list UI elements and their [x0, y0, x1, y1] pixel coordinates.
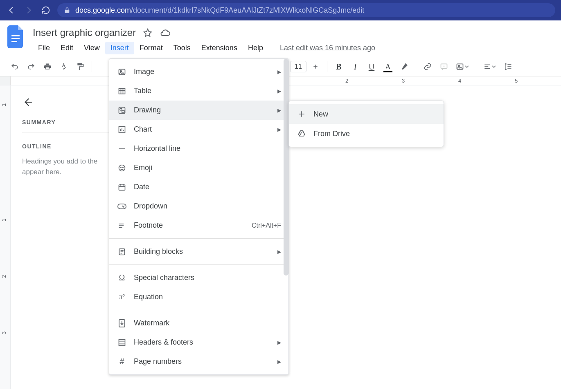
toolbar-separator [476, 61, 476, 72]
highlight-button[interactable] [397, 59, 412, 74]
menuitem-label: New [313, 110, 436, 119]
submenu-arrow-icon: ▶ [277, 340, 281, 345]
menuitem-shortcut: Ctrl+Alt+F [252, 222, 281, 229]
hash-icon: # [117, 357, 126, 366]
watermark-icon [117, 319, 126, 328]
menuitem-label: Image [134, 67, 270, 76]
menu-extensions[interactable]: Extensions [196, 42, 243, 54]
insert-date-menuitem[interactable]: Date [109, 177, 288, 197]
browser-url-bar[interactable]: docs.google.com/document/d/1kdkrl7sNkQdF… [57, 3, 555, 17]
menu-scrollbar[interactable] [284, 59, 288, 276]
star-icon[interactable] [143, 28, 152, 37]
vertical-ruler[interactable]: 1 1 2 3 [0, 85, 11, 389]
font-size-input[interactable]: 11 [290, 61, 306, 72]
sidebar-outline-heading: OUTLINE [22, 143, 109, 150]
insert-chart-menuitem[interactable]: Chart ▶ [109, 120, 288, 139]
browser-bar: docs.google.com/document/d/1kdkrl7sNkQdF… [0, 0, 561, 20]
svg-point-7 [120, 70, 122, 72]
submenu-arrow-icon: ▶ [277, 88, 281, 94]
menu-help[interactable]: Help [243, 42, 268, 54]
menu-insert[interactable]: Insert [105, 42, 134, 54]
undo-button[interactable] [7, 59, 22, 74]
horizontal-line-icon [117, 145, 126, 153]
paint-format-button[interactable] [73, 59, 88, 74]
font-size-group: 11 [290, 59, 323, 74]
bold-button[interactable]: B [331, 59, 346, 74]
toolbar-separator [327, 61, 327, 72]
spellcheck-button[interactable] [56, 59, 71, 74]
drawing-submenu: New From Drive [288, 101, 444, 147]
table-icon [117, 87, 126, 95]
sidebar-collapse-button[interactable] [22, 96, 34, 108]
line-spacing-button[interactable] [501, 59, 516, 74]
align-button[interactable] [480, 59, 499, 74]
insert-headers-footers-menuitem[interactable]: Headers & footers ▶ [109, 333, 288, 352]
insert-footnote-menuitem[interactable]: Footnote Ctrl+Alt+F [109, 216, 288, 235]
menu-tools[interactable]: Tools [168, 42, 196, 54]
drawing-new-menuitem[interactable]: New [289, 104, 444, 124]
browser-reload-button[interactable] [40, 4, 52, 16]
sidebar-divider [22, 132, 109, 132]
insert-table-menuitem[interactable]: Table ▶ [109, 81, 288, 101]
footnote-icon [117, 222, 126, 230]
insert-image-button[interactable] [453, 59, 472, 74]
menu-edit[interactable]: Edit [55, 42, 79, 54]
url-domain: docs.google.com [75, 6, 131, 14]
menu-divider [109, 310, 288, 310]
insert-drawing-menuitem[interactable]: Drawing ▶ [109, 101, 288, 120]
headers-footers-icon [117, 338, 126, 347]
dropdown-icon [117, 203, 126, 210]
svg-point-5 [458, 65, 460, 67]
ruler-tick: 1 [1, 103, 7, 106]
insert-page-numbers-menuitem[interactable]: # Page numbers ▶ [109, 352, 288, 371]
print-button[interactable] [40, 59, 55, 74]
menuitem-label: Footnote [134, 221, 244, 230]
italic-button[interactable]: I [348, 59, 363, 74]
menu-scrollbar-thumb[interactable] [284, 59, 288, 276]
menu-view[interactable]: View [79, 42, 105, 54]
last-edit-link[interactable]: Last edit was 16 minutes ago [280, 44, 375, 52]
submenu-arrow-icon: ▶ [277, 69, 281, 75]
underline-button[interactable]: U [364, 59, 379, 74]
menuitem-label: Equation [134, 293, 281, 301]
outline-hint: Headings you add to the appear here. [22, 156, 109, 177]
title-area: Insert graphic organizer File Edit View … [33, 25, 554, 54]
submenu-arrow-icon: ▶ [277, 359, 281, 365]
redo-button[interactable] [24, 59, 38, 74]
comment-button[interactable] [437, 59, 451, 74]
insert-equation-menuitem[interactable]: π² Equation [109, 287, 288, 307]
insert-dropdown-menuitem[interactable]: Dropdown [109, 197, 288, 216]
insert-special-chars-menuitem[interactable]: Ω Special characters [109, 268, 288, 287]
menu-file[interactable]: File [33, 42, 55, 54]
menu-format[interactable]: Format [134, 42, 168, 54]
building-blocks-icon [117, 248, 126, 256]
insert-emoji-menuitem[interactable]: Emoji [109, 158, 288, 177]
svg-rect-17 [118, 204, 126, 209]
cloud-status-icon[interactable] [160, 29, 170, 37]
font-size-increase-button[interactable] [308, 59, 323, 74]
browser-back-button[interactable] [6, 4, 17, 16]
menuitem-label: Headers & footers [134, 338, 270, 347]
submenu-arrow-icon: ▶ [277, 127, 281, 132]
insert-image-menuitem[interactable]: Image ▶ [109, 62, 288, 81]
drawing-from-drive-menuitem[interactable]: From Drive [289, 124, 444, 143]
browser-forward-button[interactable] [23, 4, 34, 16]
ruler-tick: 3 [402, 78, 405, 84]
plus-icon [297, 110, 306, 118]
document-title[interactable]: Insert graphic organizer [33, 27, 136, 38]
chart-icon [117, 125, 126, 134]
insert-watermark-menuitem[interactable]: Watermark [109, 314, 288, 333]
insert-menu-dropdown: Image ▶ Table ▶ Drawing ▶ Chart ▶ Horizo… [109, 58, 289, 375]
insert-hline-menuitem[interactable]: Horizontal line [109, 139, 288, 158]
docs-logo[interactable] [7, 25, 25, 49]
insert-building-blocks-menuitem[interactable]: Building blocks ▶ [109, 242, 288, 261]
svg-rect-8 [119, 88, 125, 94]
menuitem-label: Date [134, 183, 281, 191]
toolbar-separator [416, 61, 416, 72]
ruler-tick: 5 [515, 78, 518, 84]
link-button[interactable] [420, 59, 435, 74]
ruler-tick: 2 [345, 78, 348, 84]
menuitem-label: From Drive [313, 130, 436, 138]
text-color-button[interactable]: A [381, 59, 395, 74]
image-icon [117, 68, 126, 76]
